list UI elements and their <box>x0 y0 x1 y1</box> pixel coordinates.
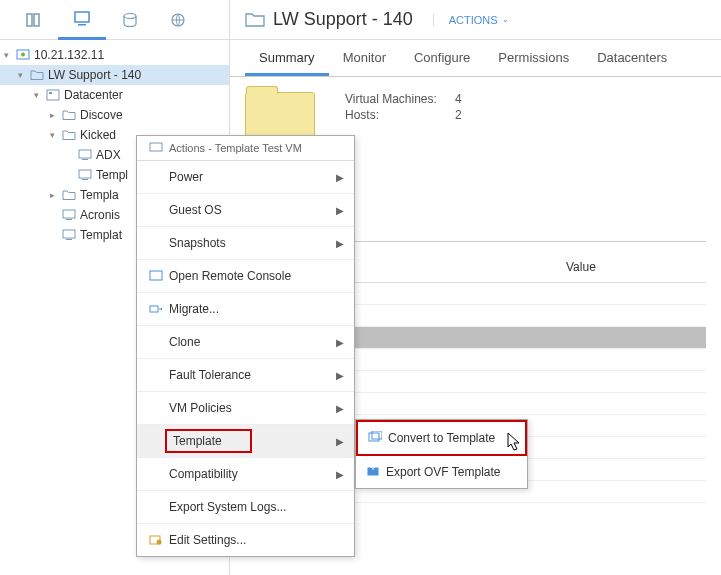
folder-icon <box>30 68 44 82</box>
template-submenu: Convert to Template Export OVF Template <box>355 419 528 489</box>
tab-datacenters[interactable]: Datacenters <box>583 40 681 76</box>
stat-hosts-value: 2 <box>455 108 462 122</box>
menu-item-migrate[interactable]: Migrate... <box>137 293 354 326</box>
vcenter-icon <box>16 48 30 62</box>
chevron-right-icon: ▶ <box>336 238 344 249</box>
tree-instance[interactable]: ▾ LW Support - 140 <box>0 65 229 85</box>
svg-rect-24 <box>372 431 382 439</box>
main-area: ▾ 10.21.132.11 ▾ LW Support - 140 ▾ Data… <box>0 40 721 575</box>
svg-rect-8 <box>47 90 59 100</box>
export-icon <box>366 465 382 479</box>
tab-monitor[interactable]: Monitor <box>329 40 400 76</box>
vms-view-icon[interactable] <box>58 0 106 40</box>
convert-icon <box>368 431 384 445</box>
storage-view-icon[interactable] <box>106 0 154 40</box>
chevron-down-icon[interactable]: ▾ <box>34 90 44 100</box>
stats-block: Virtual Machines: 4 Hosts: 2 <box>345 92 462 147</box>
chevron-down-icon[interactable]: ▾ <box>4 50 14 60</box>
actions-dropdown[interactable]: ACTIONS ⌄ <box>433 14 509 26</box>
tab-configure[interactable]: Configure <box>400 40 484 76</box>
col-value-label: Value <box>566 260 706 274</box>
svg-rect-11 <box>82 159 88 160</box>
chevron-right-icon[interactable]: ▸ <box>50 110 60 120</box>
svg-rect-23 <box>369 433 379 441</box>
folder-icon <box>62 188 76 202</box>
chevron-right-icon: ▶ <box>336 172 344 183</box>
network-view-icon[interactable] <box>154 0 202 40</box>
menu-item-snapshots[interactable]: Snapshots▶ <box>137 227 354 260</box>
vm-icon <box>62 208 76 222</box>
folder-icon <box>62 128 76 142</box>
page-header: LW Support - 140 ACTIONS ⌄ <box>230 9 721 30</box>
svg-rect-13 <box>82 179 88 180</box>
chevron-right-icon: ▶ <box>336 403 344 414</box>
vm-icon <box>78 168 92 182</box>
submenu-export-ovf[interactable]: Export OVF Template <box>356 456 527 488</box>
svg-rect-10 <box>79 150 91 158</box>
view-switcher <box>0 0 230 39</box>
svg-rect-12 <box>79 170 91 178</box>
folder-icon <box>62 108 76 122</box>
svg-rect-0 <box>27 14 32 26</box>
chevron-right-icon: ▶ <box>336 370 344 381</box>
folder-icon <box>245 10 265 30</box>
tree-root[interactable]: ▾ 10.21.132.11 <box>0 45 229 65</box>
context-menu-title: Actions - Template Test VM <box>137 136 354 161</box>
chevron-right-icon: ▶ <box>336 436 344 447</box>
tree-datacenter[interactable]: ▾ Datacenter <box>0 85 229 105</box>
hosts-view-icon[interactable] <box>10 0 58 40</box>
menu-item-open-console[interactable]: Open Remote Console <box>137 260 354 293</box>
svg-rect-18 <box>150 143 162 151</box>
chevron-down-icon[interactable]: ▾ <box>50 130 60 140</box>
svg-rect-15 <box>66 219 72 220</box>
menu-item-template[interactable]: Template ▶ <box>137 425 354 458</box>
page-title: LW Support - 140 <box>273 9 413 30</box>
menu-item-compatibility[interactable]: Compatibility▶ <box>137 458 354 491</box>
menu-item-power[interactable]: Power▶ <box>137 161 354 194</box>
tab-summary[interactable]: Summary <box>245 40 329 76</box>
submenu-convert-template[interactable]: Convert to Template <box>356 420 527 456</box>
settings-icon <box>147 534 165 546</box>
menu-item-clone[interactable]: Clone▶ <box>137 326 354 359</box>
chevron-right-icon[interactable]: ▸ <box>50 190 60 200</box>
svg-rect-19 <box>150 271 162 280</box>
console-icon <box>147 270 165 282</box>
svg-rect-16 <box>63 230 75 238</box>
svg-rect-9 <box>49 92 52 94</box>
svg-rect-3 <box>78 24 86 26</box>
stat-hosts-label: Hosts: <box>345 108 455 122</box>
datacenter-icon <box>46 88 60 102</box>
svg-rect-17 <box>66 239 72 240</box>
chevron-down-icon[interactable]: ▾ <box>18 70 28 80</box>
svg-rect-14 <box>63 210 75 218</box>
menu-item-edit-settings[interactable]: Edit Settings... <box>137 524 354 556</box>
svg-rect-1 <box>34 14 39 26</box>
svg-point-22 <box>157 540 162 545</box>
stat-vm-label: Virtual Machines: <box>345 92 455 106</box>
chevron-right-icon: ▶ <box>336 205 344 216</box>
svg-rect-20 <box>150 306 158 312</box>
svg-point-7 <box>21 53 25 57</box>
tree-folder[interactable]: ▸ Discove <box>0 105 229 125</box>
vm-icon <box>78 148 92 162</box>
tabs: Summary Monitor Configure Permissions Da… <box>230 40 721 77</box>
svg-rect-2 <box>75 12 89 22</box>
menu-item-guest-os[interactable]: Guest OS▶ <box>137 194 354 227</box>
context-menu: Actions - Template Test VM Power▶ Guest … <box>136 135 355 557</box>
migrate-icon <box>147 303 165 315</box>
menu-item-export-logs[interactable]: Export System Logs... <box>137 491 354 524</box>
tab-permissions[interactable]: Permissions <box>484 40 583 76</box>
chevron-right-icon: ▶ <box>336 337 344 348</box>
svg-point-4 <box>124 13 136 18</box>
stat-vm-value: 4 <box>455 92 462 106</box>
chevron-right-icon: ▶ <box>336 469 344 480</box>
vm-icon <box>147 142 165 154</box>
menu-item-vm-policies[interactable]: VM Policies▶ <box>137 392 354 425</box>
top-toolbar: LW Support - 140 ACTIONS ⌄ <box>0 0 721 40</box>
menu-item-fault-tolerance[interactable]: Fault Tolerance▶ <box>137 359 354 392</box>
vm-icon <box>62 228 76 242</box>
